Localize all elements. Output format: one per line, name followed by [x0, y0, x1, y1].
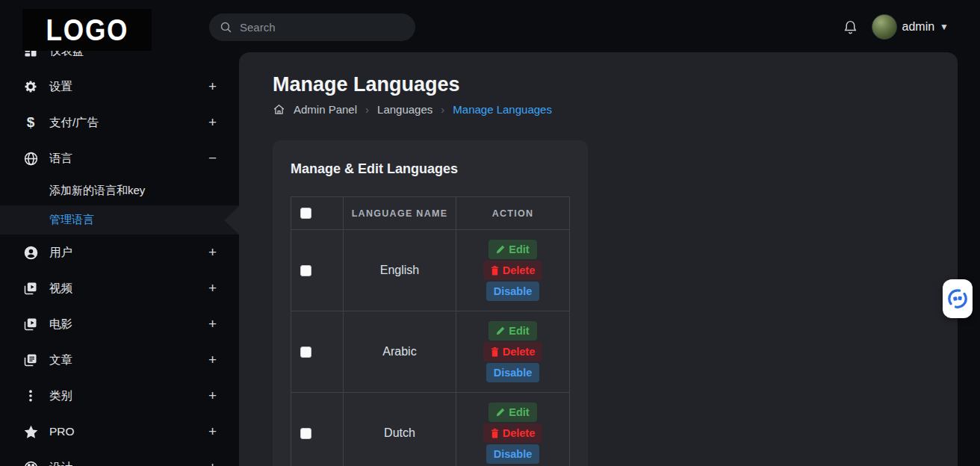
delete-button[interactable]: Delete [483, 423, 543, 443]
sidebar-item-design[interactable]: 设计 + [0, 450, 239, 466]
gear-icon [22, 78, 39, 95]
sidebar: 仪表盘 设置 + $ 支付/广告 + 语言 − 添加新的语言和key 管理语言 [0, 33, 239, 466]
breadcrumb-admin-panel[interactable]: Admin Panel [294, 103, 357, 116]
topbar-right: admin ▼ [843, 0, 949, 54]
breadcrumb: Admin Panel › Languages › Manage Languag… [273, 103, 552, 116]
user-icon [22, 244, 39, 261]
disable-button[interactable]: Disable [486, 282, 540, 301]
logo[interactable]: LOGO [22, 9, 152, 51]
video-icon [22, 280, 39, 296]
sidebar-item-videos[interactable]: 视频 + [0, 270, 239, 306]
user-menu[interactable]: admin ▼ [872, 14, 949, 40]
page-title: Manage Languages [273, 73, 460, 96]
table-row: English Edit Delete [291, 230, 570, 311]
sidebar-item-manage-languages[interactable]: 管理语言 [0, 205, 239, 234]
action-buttons: Edit Delete Disable [456, 403, 569, 464]
column-header-language-name: LANGUAGE NAME [344, 197, 456, 230]
sidebar-item-label: 语言 [49, 151, 208, 167]
sidebar-item-label: 类别 [49, 388, 208, 404]
sidebar-item-articles[interactable]: 文章 + [0, 342, 239, 378]
manage-languages-card: Manage & Edit Languages LANGUAGE NAME AC… [273, 140, 588, 466]
sidebar-item-label: 支付/广告 [49, 115, 208, 131]
expand-plus-icon[interactable]: + [208, 388, 217, 404]
sidebar-item-users[interactable]: 用户 + [0, 234, 239, 270]
edit-button[interactable]: Edit [489, 240, 536, 259]
active-item-arrow [224, 206, 239, 234]
breadcrumb-current: Manage Languages [453, 103, 552, 116]
sidebar-item-label: 设计 [49, 460, 208, 466]
pencil-icon [496, 326, 505, 335]
table-row: Arabic Edit Delete [291, 311, 570, 393]
sidebar-item-payments-ads[interactable]: $ 支付/广告 + [0, 105, 239, 140]
action-buttons: Edit Delete Disable [456, 321, 569, 382]
disable-button[interactable]: Disable [486, 363, 540, 382]
edit-button[interactable]: Edit [489, 321, 536, 341]
article-icon [22, 352, 39, 368]
sidebar-item-label: 视频 [49, 281, 208, 296]
expand-plus-icon[interactable]: + [208, 423, 217, 440]
sidebar-item-settings[interactable]: 设置 + [0, 69, 239, 105]
expand-plus-icon[interactable]: + [208, 459, 217, 466]
delete-button[interactable]: Delete [483, 261, 543, 280]
translate-widget-button[interactable] [943, 279, 973, 318]
avatar [872, 14, 897, 40]
trash-icon [491, 266, 499, 276]
language-name-cell: English [344, 230, 456, 311]
sidebar-item-label: PRO [49, 425, 208, 438]
sidebar-item-movies[interactable]: 电影 + [0, 306, 239, 342]
chevron-right-icon: › [441, 103, 444, 116]
row-checkbox[interactable] [300, 428, 311, 439]
trash-icon [491, 347, 499, 357]
chevron-right-icon: › [365, 103, 369, 116]
breadcrumb-languages[interactable]: Languages [377, 103, 432, 116]
delete-button[interactable]: Delete [483, 342, 543, 361]
action-buttons: Edit Delete Disable [456, 240, 569, 301]
sidebar-item-pro[interactable]: PRO + [0, 414, 239, 450]
sidebar-item-label: 电影 [49, 317, 208, 332]
sidebar-item-add-language-key[interactable]: 添加新的语言和key [0, 176, 239, 205]
expand-plus-icon[interactable]: + [208, 280, 217, 296]
search-input[interactable] [240, 21, 405, 34]
palette-icon [22, 459, 39, 466]
trash-icon [491, 429, 499, 438]
star-icon [22, 423, 39, 440]
search-bar [209, 13, 415, 41]
vertical-dots-icon [22, 388, 39, 404]
table-row: Dutch Edit Delete D [291, 393, 570, 466]
sidebar-item-label: 用户 [49, 245, 208, 261]
expand-plus-icon[interactable]: + [208, 78, 217, 95]
language-name-cell: Dutch [344, 393, 456, 466]
home-icon [273, 103, 285, 116]
languages-table: LANGUAGE NAME ACTION English Edit [291, 196, 570, 466]
movie-icon [22, 316, 39, 332]
card-title: Manage & Edit Languages [291, 158, 570, 179]
language-name-cell: Arabic [344, 311, 456, 393]
select-all-checkbox[interactable] [300, 208, 311, 219]
edit-button[interactable]: Edit [489, 403, 536, 422]
sidebar-item-label: 文章 [49, 352, 208, 368]
search-icon [220, 21, 232, 34]
globe-icon [22, 150, 39, 167]
translate-widget-icon [946, 288, 969, 310]
pencil-icon [496, 408, 505, 417]
username: admin [902, 20, 935, 34]
row-checkbox[interactable] [300, 347, 311, 358]
sidebar-item-categories[interactable]: 类别 + [0, 378, 239, 414]
disable-button[interactable]: Disable [486, 444, 540, 464]
collapse-minus-icon[interactable]: − [208, 150, 217, 167]
expand-plus-icon[interactable]: + [208, 316, 217, 332]
main-content: Manage Languages Admin Panel › Languages… [239, 52, 958, 466]
sidebar-item-languages[interactable]: 语言 − [0, 140, 239, 176]
expand-plus-icon[interactable]: + [208, 352, 217, 368]
pencil-icon [496, 245, 505, 254]
dollar-icon: $ [22, 114, 39, 131]
caret-down-icon: ▼ [940, 22, 949, 32]
column-header-action: ACTION [456, 197, 570, 230]
sidebar-item-label: 设置 [49, 79, 208, 95]
expand-plus-icon[interactable]: + [208, 114, 217, 131]
bell-icon[interactable] [843, 19, 858, 35]
languages-submenu: 添加新的语言和key 管理语言 [0, 176, 239, 234]
row-checkbox[interactable] [300, 265, 311, 276]
expand-plus-icon[interactable]: + [208, 244, 217, 261]
